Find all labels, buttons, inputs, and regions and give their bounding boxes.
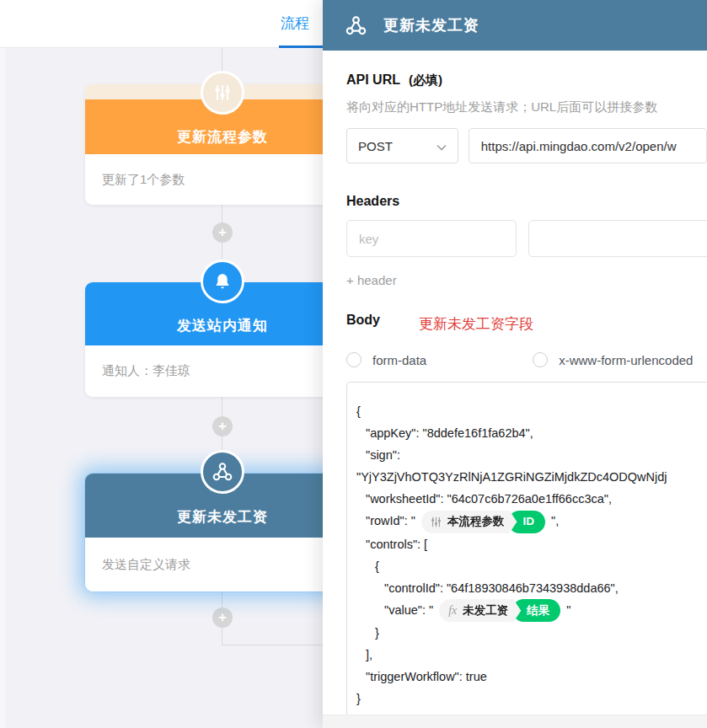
node-config-panel: 更新未发工资 API URL (必填) 将向对应的HTTP地址发送请求；URL后… xyxy=(323,0,707,728)
headers-label: Headers xyxy=(346,194,707,209)
add-node-button[interactable]: + xyxy=(212,222,233,243)
code-line: "controls": [ xyxy=(356,533,707,555)
workflow-node-send-notification[interactable]: 发送站内通知 通知人：李佳琼 xyxy=(85,282,360,397)
code-line: } xyxy=(356,688,707,709)
request-body-editor[interactable]: {"appKey": "8ddefe16f1fa62b4","sign":"Yj… xyxy=(346,382,707,724)
code-line: "appKey": "8ddefe16f1fa62b4", xyxy=(356,422,707,444)
header-value-input[interactable] xyxy=(528,220,707,257)
form-data-radio[interactable]: form-data xyxy=(346,352,426,367)
method-select[interactable]: POST xyxy=(346,128,458,163)
code-line: } xyxy=(356,622,707,644)
body-annotation: 更新未发工资字段 xyxy=(419,314,533,334)
token-source: fx未发工资 xyxy=(439,599,521,622)
api-url-input[interactable] xyxy=(469,128,707,163)
node-description: 通知人：李佳琼 xyxy=(85,345,360,397)
method-select-value: POST xyxy=(358,139,393,153)
token-source: 本流程参数 xyxy=(421,511,517,533)
urlencoded-radio[interactable]: x-www-form-urlencoded xyxy=(533,352,693,367)
code-line: { xyxy=(356,555,707,577)
webhook-icon xyxy=(201,450,244,494)
api-url-label: API URL xyxy=(346,72,400,88)
bell-icon xyxy=(201,260,244,303)
add-node-button[interactable]: + xyxy=(212,608,233,628)
code-line: "rowId": " 本流程参数ID ", xyxy=(356,510,707,533)
formula-result-token[interactable]: fx未发工资结果 xyxy=(439,599,560,622)
workflow-node-update-salary[interactable]: 更新未发工资 发送自定义请求 xyxy=(85,474,360,592)
code-line: "YjY3ZjVhOTQ3YzRlNjA1ZGRiNGZiMjdkZDc4ODQ… xyxy=(356,466,707,488)
body-label: Body xyxy=(346,313,380,328)
tab-active-underline xyxy=(279,46,323,48)
add-node-button[interactable]: + xyxy=(212,416,233,436)
form-data-label[interactable]: form-data xyxy=(372,353,426,367)
code-line: { xyxy=(356,400,707,422)
sliders-icon xyxy=(201,71,244,115)
node-description: 更新了1个参数 xyxy=(85,154,360,205)
chevron-down-icon xyxy=(437,139,447,153)
code-line: "value": " fx未发工资结果 " xyxy=(356,599,707,623)
node-description: 发送自定义请求 xyxy=(85,538,360,592)
workflow-node-update-params[interactable]: 更新流程参数 更新了1个参数 xyxy=(85,84,360,205)
add-header-link[interactable]: + header xyxy=(346,273,707,287)
webhook-icon xyxy=(345,14,367,37)
code-line: "triggerWorkflow": true xyxy=(356,666,707,688)
panel-footer xyxy=(323,715,707,728)
api-url-description: 将向对应的HTTP地址发送请求；URL后面可以拼接参数 xyxy=(346,99,707,115)
process-parameter-token[interactable]: 本流程参数ID xyxy=(421,511,545,533)
panel-content: API URL (必填) 将向对应的HTTP地址发送请求；URL后面可以拼接参数… xyxy=(323,51,707,728)
code-line: "sign": xyxy=(356,444,707,466)
header-key-input[interactable] xyxy=(346,220,517,257)
code-line: "worksheetId": "64c07c6b726a0e1ff66cc3ca… xyxy=(356,488,707,510)
code-line: ], xyxy=(356,644,707,666)
panel-header: 更新未发工资 xyxy=(323,0,707,51)
tab-flow[interactable]: 流程 xyxy=(281,0,309,48)
required-hint: (必填) xyxy=(409,72,442,88)
canvas-scroll-gutter xyxy=(0,48,6,728)
radio-circle-icon[interactable] xyxy=(533,352,548,367)
urlencoded-label[interactable]: x-www-form-urlencoded xyxy=(559,353,693,367)
connector-line xyxy=(222,645,323,645)
panel-title: 更新未发工资 xyxy=(383,15,479,35)
code-line: "controlId": "64f18930846b7343938dda66", xyxy=(356,577,707,599)
radio-circle-icon[interactable] xyxy=(346,352,362,367)
